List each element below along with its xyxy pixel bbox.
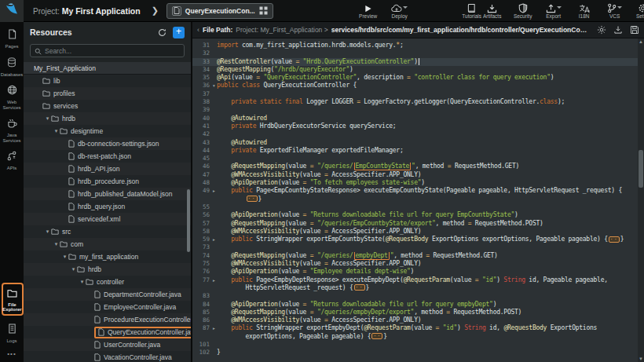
code-line[interactable]: HttpServletRequest _request) {··} [192, 284, 638, 292]
code-line[interactable]: 34@RequestMapping("/hrdb/queryExecutor") [192, 66, 638, 74]
code-line[interactable]: 48 @ApiOperation(value = "To fetch emplo… [192, 179, 638, 187]
sidebar-item-java-services[interactable]: Java Services [1, 117, 23, 143]
sidebar-item-web-services[interactable]: Web Services [1, 84, 23, 110]
sidebar-item-databases[interactable]: Databases [1, 57, 23, 78]
settings-gear-icon[interactable] [597, 25, 606, 35]
code-line[interactable]: 102} [192, 349, 638, 357]
tree-file[interactable]: VacationController.java [24, 351, 191, 362]
code-line[interactable]: 55 [192, 203, 638, 211]
code-line[interactable]: 76 @ApiOperation(value = "Employee detai… [192, 268, 638, 276]
preview-button[interactable]: Preview [358, 2, 379, 19]
code-line[interactable]: 38 private static final Logger LOGGER = … [192, 98, 638, 106]
refresh-icon[interactable] [158, 28, 166, 37]
fold-toggle-icon[interactable]: ▸ [211, 236, 217, 243]
search-input[interactable] [45, 47, 170, 55]
tree-scrollbar[interactable] [187, 189, 190, 252]
sidebar-item-logs[interactable]: Logs [1, 323, 23, 344]
app-logo[interactable] [0, 0, 24, 22]
code-line[interactable]: 49▸ public Page<EmpCountbyStateResponse>… [192, 187, 638, 195]
code-line[interactable]: 87▸ public StringWrapper exportEmpbyDept… [192, 324, 638, 332]
code-line[interactable]: 57 @RequestMapping(value = "/queries/Emp… [192, 220, 638, 228]
tree-folder[interactable]: ▾hrdb [24, 112, 191, 125]
code-line[interactable]: 45 [192, 155, 638, 163]
code-line[interactable]: ··} [192, 196, 638, 203]
code-line[interactable]: 84 @ApiOperation(value = "Returns downlo… [192, 301, 638, 309]
tree-folder[interactable]: lib [24, 75, 191, 87]
resources-search[interactable] [30, 44, 185, 57]
i18n-button[interactable]: I18N [574, 2, 595, 19]
save-icon[interactable] [630, 25, 639, 35]
tree-file[interactable]: servicedef.xml [24, 213, 191, 225]
deploy-button[interactable]: Deploy [390, 2, 410, 19]
code-line[interactable]: 46 @RequestMapping(value = "/queries/Emp… [192, 163, 638, 170]
code-line[interactable]: 86 @WMAccessVisibility(value = AccessSpe… [192, 316, 638, 324]
fold-toggle-icon[interactable]: ▸ [211, 276, 217, 284]
more-options-button[interactable]: ••• [7, 350, 16, 357]
chevron-down-icon[interactable]: ▾ [70, 266, 77, 272]
code-line[interactable]: 58 @WMAccessVisibility(value = AccessSpe… [192, 228, 638, 236]
code-line[interactable]: 59▸ public StringWrapper exportEmpCountb… [192, 236, 638, 243]
code-line[interactable]: 83 [192, 292, 638, 300]
tree-file[interactable]: db-connection-settings.json [24, 137, 191, 150]
tree-file[interactable]: hrdb_published_dataModel.json [24, 188, 191, 200]
chevron-down-icon[interactable]: ▾ [53, 241, 60, 247]
chevron-down-icon[interactable]: ▾ [44, 229, 51, 235]
scroll-up-icon[interactable]: ▲ [639, 39, 643, 44]
sidebar-item-apis[interactable]: APIs [1, 150, 23, 171]
code-line[interactable]: 85 @RequestMapping(value = "/queries/emp… [192, 309, 638, 316]
tutorials-button[interactable]: Tutorials [462, 2, 482, 19]
folded-code-icon[interactable]: ·· [247, 196, 258, 202]
tree-folder[interactable]: services [24, 100, 191, 112]
code-line[interactable]: 44 private ExportedFileManager exportedF… [192, 147, 638, 155]
code-line[interactable]: 75 @WMAccessVisibility(value = AccessSpe… [192, 260, 638, 268]
fold-toggle-icon[interactable]: ▸ [211, 187, 217, 195]
download-file-icon[interactable] [613, 25, 623, 35]
grid-icon[interactable] [259, 4, 268, 18]
code-line[interactable]: 47 @WMAccessVisibility(value = AccessSpe… [192, 171, 638, 179]
tree-file[interactable]: EmployeeController.java [24, 301, 191, 313]
tree-file[interactable]: hrdb_API.json [24, 163, 191, 175]
code-line[interactable]: 77▸ public Page<EmpbyDeptResponse> execu… [192, 276, 638, 284]
tree-file[interactable]: ProcedureExecutionController.java [24, 313, 191, 326]
tree-file[interactable]: db-rest-patch.json [24, 150, 191, 163]
tree-folder[interactable]: ▾com [24, 238, 191, 250]
code-line[interactable]: 35@Api(value = "QueryExecutionController… [192, 74, 638, 82]
chevron-down-icon[interactable]: ▾ [61, 254, 68, 260]
code-line[interactable]: 43 @Autowired [192, 139, 638, 147]
tree-folder[interactable]: ▾controller [24, 276, 191, 288]
code-line[interactable]: 73 [192, 243, 638, 251]
tree-folder[interactable]: profiles [24, 87, 191, 100]
fold-toggle-icon[interactable]: ▸ [211, 324, 217, 332]
scrollbar-thumb[interactable] [639, 150, 643, 188]
tree-file[interactable]: hrdb_query.json [24, 200, 191, 213]
settings-button[interactable]: Settings [635, 2, 644, 19]
tree-folder[interactable]: ▾my_first_application [24, 250, 191, 263]
code-line[interactable]: 101 [192, 341, 638, 349]
tree-folder[interactable]: ▾hrdb [24, 263, 191, 276]
tree-file[interactable]: DepartmentController.java [24, 288, 191, 301]
code-line[interactable]: 42 [192, 130, 638, 138]
folded-code-icon[interactable]: ·· [354, 284, 365, 291]
sidebar-item-pages[interactable]: Pages [1, 28, 23, 49]
tree-root[interactable]: My_First_Application [24, 62, 191, 75]
scroll-down-icon[interactable]: ▼ [639, 357, 643, 361]
chevron-down-icon[interactable]: ▾ [44, 115, 51, 122]
code-line[interactable]: 31import com.my_first_application.hrdb.m… [192, 42, 638, 49]
open-file-tab[interactable]: QueryExecutionCon... [166, 3, 273, 19]
tree-file[interactable]: UserController.java [24, 338, 191, 351]
artifacts-button[interactable]: Artifacts [482, 2, 503, 19]
code-line[interactable]: 32 [192, 49, 638, 57]
code-line[interactable]: exportOptions, Pageable pageable) {··} [192, 333, 638, 341]
tree-folder[interactable]: ▾src [24, 225, 191, 238]
code-line[interactable]: 40 @Autowired [192, 115, 638, 122]
code-line[interactable]: 36▾public class QueryExecutionController… [192, 82, 638, 90]
code-line[interactable]: 37 [192, 90, 638, 98]
code-line[interactable]: 56 @ApiOperation(value = "Returns downlo… [192, 211, 638, 219]
add-resource-button[interactable]: + [173, 27, 185, 38]
vcs-button[interactable]: VCS [605, 2, 625, 19]
code-line[interactable]: 39 [192, 106, 638, 114]
collapse-panel-icon[interactable]: ‹ [194, 26, 203, 34]
code-line[interactable]: 33@RestController(value = "Hrdb.QueryExe… [192, 58, 638, 66]
folded-code-icon[interactable]: ·· [609, 236, 620, 243]
code-line[interactable]: 41 private HrdbQueryExecutorService quer… [192, 122, 638, 130]
